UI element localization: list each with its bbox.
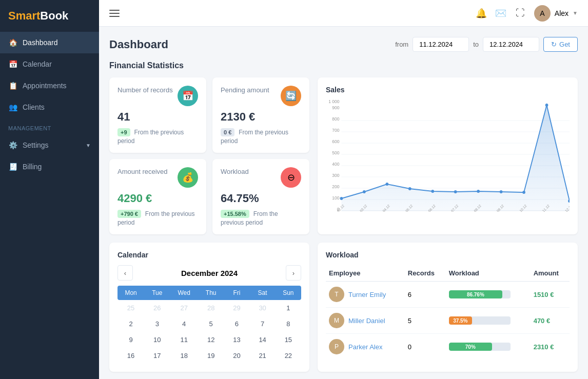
calendar-day[interactable]: 17 bbox=[144, 348, 170, 364]
calendar-day[interactable]: 27 bbox=[170, 300, 198, 316]
sidebar-item-settings[interactable]: ⚙️ Settings ▼ bbox=[0, 134, 99, 156]
calendar-prev-button[interactable]: ‹ bbox=[117, 265, 133, 281]
svg-point-20 bbox=[340, 197, 343, 200]
employee-name[interactable]: Parker Alex bbox=[348, 343, 382, 351]
calendar-day[interactable]: 29 bbox=[224, 300, 249, 316]
date-from-input[interactable] bbox=[413, 37, 469, 52]
progress-bar-bg: 70% bbox=[449, 343, 511, 351]
svg-text:900: 900 bbox=[332, 105, 339, 110]
stat-records-footer: +9 From the previous period bbox=[117, 128, 198, 145]
sidebar-item-dashboard[interactable]: 🏠 Dashboard bbox=[0, 32, 99, 53]
mail-icon[interactable]: ✉️ bbox=[495, 8, 506, 19]
stats-and-chart-row: Number of records 📅 41 +9 From the previ… bbox=[109, 77, 578, 234]
calendar-day[interactable]: 15 bbox=[276, 332, 301, 348]
appointments-icon: 📋 bbox=[8, 81, 17, 90]
calendar-day[interactable]: 12 bbox=[198, 332, 224, 348]
progress-bar-fill: 86.76% bbox=[449, 290, 502, 298]
calendar-day[interactable]: 30 bbox=[250, 300, 276, 316]
sidebar-item-billing[interactable]: 🧾 Billing bbox=[0, 156, 99, 177]
table-row: M Miller Daniel 5 37.5% 470 € bbox=[326, 308, 570, 334]
calendar-day[interactable]: 10 bbox=[144, 332, 170, 348]
employee-info: P Parker Alex bbox=[329, 339, 402, 354]
sales-chart-title: Sales bbox=[326, 86, 570, 94]
svg-text:200: 200 bbox=[332, 184, 339, 189]
svg-point-21 bbox=[363, 190, 366, 193]
svg-point-24 bbox=[431, 190, 434, 193]
refresh-icon: ↻ bbox=[551, 41, 557, 48]
sales-chart-container: 0 100 200 300 400 500 600 700 800 900 1 … bbox=[326, 99, 570, 212]
calendar-section-title: Calendar bbox=[117, 251, 301, 259]
calendar-grid: Mon Tue Wed Thu Fri Sat Sun 252627282930… bbox=[117, 286, 301, 364]
calendar-day[interactable]: 19 bbox=[198, 348, 224, 364]
calendar-day[interactable]: 25 bbox=[117, 300, 144, 316]
logo-book: Book bbox=[40, 9, 68, 22]
records-cell: 6 bbox=[405, 282, 446, 308]
avatar: A bbox=[534, 5, 551, 22]
calendar-day[interactable]: 5 bbox=[198, 316, 224, 332]
clients-icon: 👥 bbox=[8, 103, 17, 112]
logo-smart: Smart bbox=[8, 9, 40, 22]
employee-avatar: P bbox=[329, 339, 344, 354]
stat-amount-footer: +790 € From the previous period bbox=[117, 209, 198, 226]
svg-point-23 bbox=[408, 187, 411, 190]
calendar-day[interactable]: 18 bbox=[170, 348, 198, 364]
amount-cell: 1510 € bbox=[531, 282, 570, 308]
fullscreen-icon[interactable]: ⛶ bbox=[515, 8, 526, 19]
notification-icon[interactable]: 🔔 bbox=[476, 8, 487, 19]
sidebar-item-appointments-label: Appointments bbox=[23, 82, 67, 90]
date-to-input[interactable] bbox=[483, 37, 539, 52]
calendar-day[interactable]: 13 bbox=[224, 332, 249, 348]
employee-avatar: M bbox=[329, 313, 344, 328]
calendar-day[interactable]: 11 bbox=[170, 332, 198, 348]
calendar-day[interactable]: 4 bbox=[170, 316, 198, 332]
stat-amount-badge: +790 € bbox=[117, 210, 141, 218]
sidebar-item-appointments[interactable]: 📋 Appointments bbox=[0, 75, 99, 96]
employee-cell: T Turner Emily bbox=[326, 282, 405, 308]
cal-header-sat: Sat bbox=[250, 286, 276, 300]
employee-name[interactable]: Miller Daniel bbox=[348, 317, 385, 325]
stat-workload-icon: ⊖ bbox=[281, 167, 301, 188]
svg-point-28 bbox=[522, 191, 525, 194]
svg-text:600: 600 bbox=[332, 139, 339, 144]
app-logo: SmartBook bbox=[0, 0, 99, 32]
svg-point-26 bbox=[477, 190, 480, 193]
hamburger-menu[interactable] bbox=[109, 10, 120, 17]
stat-records-badge: +9 bbox=[117, 128, 130, 136]
employee-cell: M Miller Daniel bbox=[326, 308, 405, 334]
header-right: 🔔 ✉️ ⛶ A Alex ▼ bbox=[476, 5, 578, 22]
bottom-section: Calendar ‹ December 2024 › Mon Tue Wed T… bbox=[109, 243, 578, 372]
calendar-day[interactable]: 28 bbox=[198, 300, 224, 316]
financial-statistics-title: Financial Statistics bbox=[109, 61, 578, 70]
sidebar-item-calendar-label: Calendar bbox=[23, 60, 52, 68]
user-badge[interactable]: A Alex ▼ bbox=[534, 5, 578, 22]
calendar-day[interactable]: 9 bbox=[117, 332, 144, 348]
calendar-day[interactable]: 3 bbox=[144, 316, 170, 332]
calendar-day[interactable]: 26 bbox=[144, 300, 170, 316]
col-employee: Employee bbox=[326, 265, 405, 282]
sidebar-item-calendar[interactable]: 📅 Calendar bbox=[0, 53, 99, 75]
calendar-day[interactable]: 2 bbox=[117, 316, 144, 332]
stats-grid: Number of records 📅 41 +9 From the previ… bbox=[109, 77, 309, 234]
cal-header-tue: Tue bbox=[144, 286, 170, 300]
calendar-next-button[interactable]: › bbox=[286, 265, 301, 281]
calendar-day[interactable]: 14 bbox=[250, 332, 276, 348]
calendar-day[interactable]: 8 bbox=[276, 316, 301, 332]
calendar-day[interactable]: 1 bbox=[276, 300, 301, 316]
svg-text:100: 100 bbox=[332, 195, 339, 201]
calendar-day[interactable]: 20 bbox=[224, 348, 249, 364]
cal-header-sun: Sun bbox=[276, 286, 301, 300]
calendar-day[interactable]: 7 bbox=[250, 316, 276, 332]
sidebar-item-clients[interactable]: 👥 Clients bbox=[0, 96, 99, 118]
stat-card-amount: Amount received 💰 4290 € +790 € From the… bbox=[109, 159, 206, 234]
calendar-month-label: December 2024 bbox=[181, 269, 238, 277]
workload-bar-cell: 86.76% bbox=[446, 282, 531, 308]
employee-name[interactable]: Turner Emily bbox=[348, 291, 386, 298]
stat-card-workload: Workload ⊖ 64.75% +15.58% From the previ… bbox=[212, 159, 309, 234]
sales-chart-card: Sales 0 100 200 300 400 500 600 700 800 … bbox=[318, 77, 578, 234]
calendar-day[interactable]: 21 bbox=[250, 348, 276, 364]
svg-point-25 bbox=[454, 190, 457, 193]
calendar-day[interactable]: 22 bbox=[276, 348, 301, 364]
calendar-day[interactable]: 16 bbox=[117, 348, 144, 364]
calendar-day[interactable]: 6 bbox=[224, 316, 249, 332]
get-button[interactable]: ↻ Get bbox=[543, 37, 578, 52]
